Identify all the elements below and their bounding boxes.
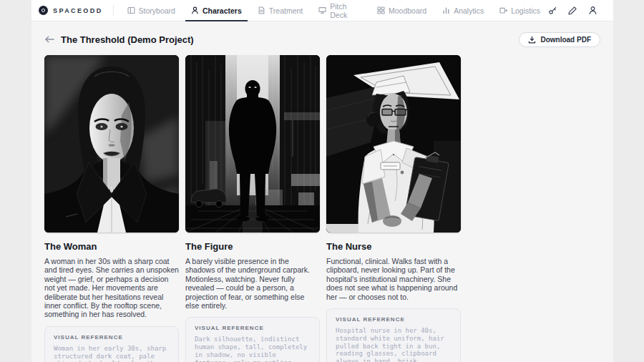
visual-reference-text: Dark silhouette, indistinct human shape,… (195, 336, 311, 362)
nurse-illustration-image (326, 55, 461, 233)
pencil-icon[interactable] (568, 6, 577, 15)
brand-logo: SPACEODD (37, 5, 114, 16)
package-out-icon (499, 6, 507, 14)
app-window: SPACEODD Storyboard Characters Treatment (31, 0, 613, 362)
tab-label: Analytics (454, 6, 484, 15)
card-description: A woman in her 30s with a sharp coat and… (44, 257, 179, 319)
character-card-the-woman: The Woman A woman in her 30s with a shar… (44, 55, 179, 362)
storyboard-panels-icon (127, 6, 135, 14)
tab-label: Storyboard (139, 6, 175, 15)
page-header: The Threshold (Demo Project) Download PD… (44, 31, 600, 47)
tab-label: Pitch Deck (330, 2, 361, 19)
visual-reference-label: VISUAL REFERENCE (54, 334, 170, 341)
tab-logistics[interactable]: Logistics (492, 0, 548, 21)
page-content: The Threshold (Demo Project) Download PD… (31, 21, 613, 362)
card-description: Functional, clinical. Walks fast with a … (326, 257, 461, 301)
tab-label: Logistics (511, 6, 540, 15)
grid-icon (377, 6, 385, 14)
viewport: SPACEODD Storyboard Characters Treatment (0, 0, 644, 362)
user-icon[interactable] (588, 6, 597, 15)
download-tray-icon (528, 36, 536, 44)
visual-reference-box: VISUAL REFERENCE Dark silhouette, indist… (185, 317, 320, 362)
top-navbar: SPACEODD Storyboard Characters Treatment (31, 0, 613, 21)
arrow-left-icon[interactable] (44, 36, 54, 43)
woman-portrait-image (44, 55, 179, 233)
card-title: The Woman (44, 241, 179, 252)
card-title: The Nurse (326, 241, 461, 252)
bar-chart-icon (442, 6, 450, 14)
tab-pitch-deck[interactable]: Pitch Deck (311, 0, 369, 21)
tab-moodboard[interactable]: Moodboard (369, 0, 434, 21)
page-title: The Threshold (Demo Project) (61, 34, 194, 45)
tab-label: Moodboard (389, 6, 426, 15)
card-description: A barely visible presence in the shadows… (185, 257, 320, 310)
brand-name: SPACEODD (53, 7, 103, 14)
tab-label: Treatment (269, 6, 303, 15)
download-pdf-button[interactable]: Download PDF (519, 32, 600, 47)
download-pdf-label: Download PDF (540, 36, 591, 44)
visual-reference-text: Woman in her early 30s, sharp structured… (54, 345, 170, 362)
character-card-the-nurse: The Nurse Functional, clinical. Walks fa… (326, 55, 461, 362)
logo-dot-icon (39, 6, 48, 15)
person-icon (191, 6, 199, 14)
character-cards: The Woman A woman in her 30s with a shar… (44, 55, 600, 362)
tab-analytics[interactable]: Analytics (434, 0, 492, 21)
visual-reference-box: VISUAL REFERENCE Woman in her early 30s,… (44, 326, 179, 362)
figure-silhouette-image (185, 55, 320, 233)
visual-reference-label: VISUAL REFERENCE (195, 325, 311, 331)
visual-reference-box: VISUAL REFERENCE Hospital nurse in her 4… (326, 308, 461, 362)
document-icon (258, 6, 265, 14)
card-title: The Figure (185, 241, 320, 252)
character-card-the-figure: The Figure A barely visible presence in … (185, 55, 320, 362)
tab-treatment[interactable]: Treatment (250, 0, 311, 21)
tab-characters[interactable]: Characters (183, 0, 250, 21)
visual-reference-label: VISUAL REFERENCE (336, 316, 452, 323)
nav-actions (548, 6, 613, 15)
presentation-icon (318, 6, 326, 14)
tab-storyboard[interactable]: Storyboard (119, 0, 183, 21)
tab-label: Characters (203, 6, 242, 15)
visual-reference-text: Hospital nurse in her 40s, standard whit… (336, 327, 452, 362)
key-icon[interactable] (548, 6, 557, 15)
nav-tabs: Storyboard Characters Treatment Pitch De… (119, 0, 548, 21)
